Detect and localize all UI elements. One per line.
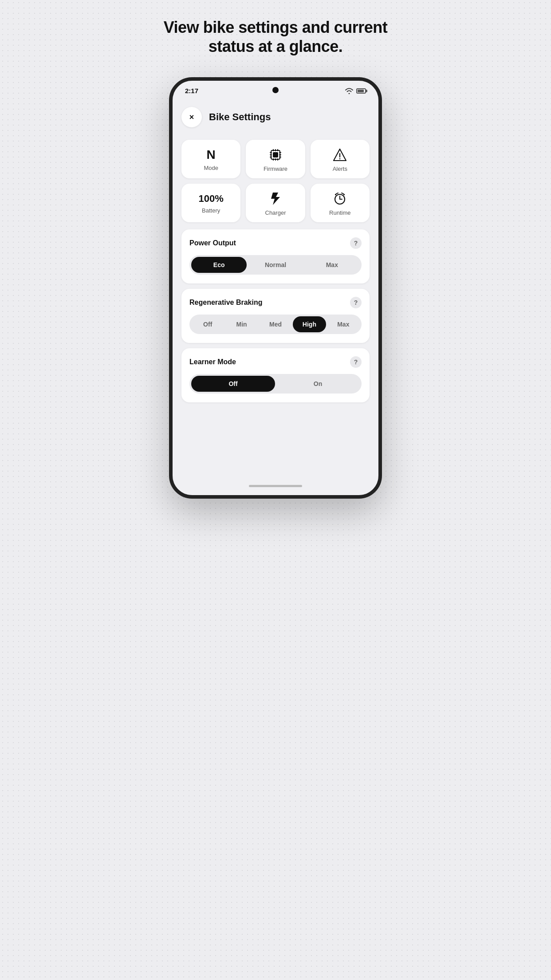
battery-percentage-icon: 100%: [199, 194, 224, 204]
svg-point-15: [339, 158, 341, 160]
charger-card[interactable]: Charger: [246, 184, 305, 222]
phone-frame: 2:17 × Bike Settings N Mode: [169, 77, 382, 499]
regen-braking-panel: Regenerative Braking ? Off Min Med High …: [181, 289, 370, 343]
power-output-panel: Power Output ? Eco Normal Max: [181, 229, 370, 283]
page-headline: View bike settings and currentstatus at …: [164, 18, 388, 56]
status-time: 2:17: [185, 87, 198, 94]
learner-mode-title: Learner Mode: [189, 358, 236, 366]
learner-on-btn[interactable]: On: [276, 376, 360, 392]
wifi-icon: [345, 88, 354, 94]
regen-med-btn[interactable]: Med: [259, 316, 292, 332]
screen-content: × Bike Settings N Mode: [173, 98, 378, 480]
battery-label: Battery: [202, 207, 220, 214]
alerts-icon: [333, 148, 347, 162]
regen-off-btn[interactable]: Off: [191, 316, 224, 332]
regen-braking-header: Regenerative Braking ?: [189, 297, 362, 308]
mode-icon: N: [207, 149, 216, 161]
power-output-title: Power Output: [189, 239, 236, 247]
runtime-label: Runtime: [329, 209, 350, 216]
screen-title: Bike Settings: [209, 111, 271, 123]
learner-off-btn[interactable]: Off: [191, 376, 275, 392]
mode-card[interactable]: N Mode: [181, 140, 240, 178]
power-output-help[interactable]: ?: [350, 237, 362, 249]
runtime-icon: [333, 192, 347, 206]
svg-point-20: [343, 194, 345, 195]
learner-mode-panel: Learner Mode ? Off On: [181, 348, 370, 402]
regen-braking-title: Regenerative Braking: [189, 299, 263, 307]
bottom-cards-grid: 100% Battery Charger: [181, 184, 370, 222]
mode-label: Mode: [204, 165, 218, 171]
home-bar-indicator: [249, 485, 302, 487]
firmware-card[interactable]: Firmware: [246, 140, 305, 178]
alerts-card[interactable]: Alerts: [311, 140, 370, 178]
power-output-control: Eco Normal Max: [189, 255, 362, 275]
runtime-card[interactable]: Runtime: [311, 184, 370, 222]
learner-mode-help[interactable]: ?: [350, 356, 362, 368]
svg-rect-1: [273, 152, 278, 157]
power-output-header: Power Output ?: [189, 237, 362, 249]
learner-mode-control: Off On: [189, 374, 362, 394]
battery-status-icon: [356, 88, 366, 94]
status-icons: [345, 88, 366, 94]
power-normal-btn[interactable]: Normal: [248, 257, 303, 273]
screen-header: × Bike Settings: [181, 107, 370, 127]
regen-braking-control: Off Min Med High Max: [189, 315, 362, 334]
regen-braking-help[interactable]: ?: [350, 297, 362, 308]
regen-high-btn[interactable]: High: [293, 316, 326, 332]
power-max-btn[interactable]: Max: [304, 257, 360, 273]
battery-card[interactable]: 100% Battery: [181, 184, 240, 222]
home-bar: [173, 480, 378, 495]
charger-icon: [268, 192, 283, 206]
learner-mode-header: Learner Mode ?: [189, 356, 362, 368]
firmware-label: Firmware: [264, 165, 287, 172]
camera-notch: [272, 87, 279, 93]
alerts-label: Alerts: [333, 165, 347, 172]
top-cards-grid: N Mode: [181, 140, 370, 178]
power-eco-btn[interactable]: Eco: [191, 257, 247, 273]
svg-point-19: [335, 194, 336, 195]
regen-max-btn[interactable]: Max: [327, 316, 360, 332]
status-bar: 2:17: [173, 81, 378, 98]
close-button[interactable]: ×: [181, 107, 202, 127]
regen-min-btn[interactable]: Min: [225, 316, 258, 332]
firmware-icon: [268, 148, 283, 162]
charger-label: Charger: [265, 209, 286, 216]
